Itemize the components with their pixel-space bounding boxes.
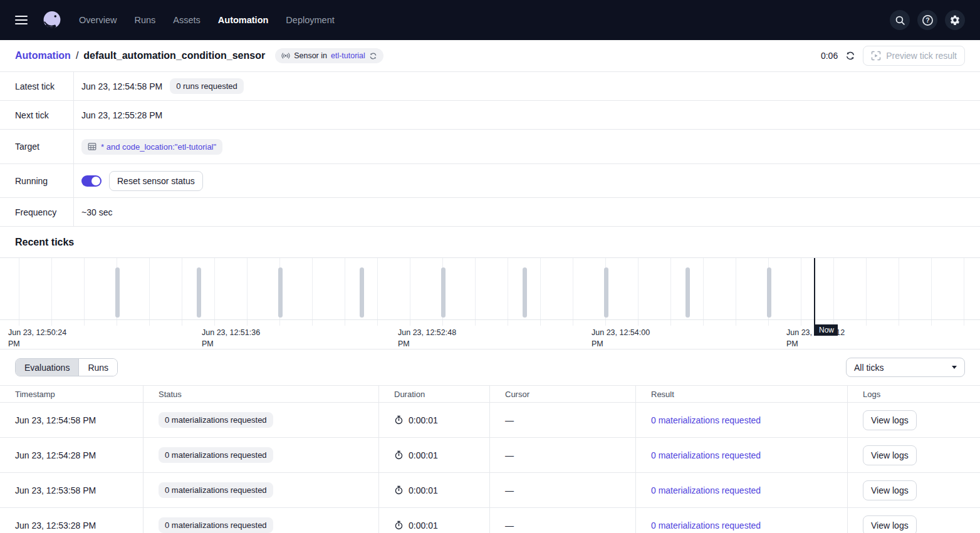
cell-logs: View logs <box>848 403 980 438</box>
chart-gridline <box>508 258 508 326</box>
help-icon[interactable]: ? <box>917 10 937 30</box>
latest-tick-label: Latest tick <box>0 72 74 100</box>
table-row: Jun 23, 12:54:28 PM 0 materializations r… <box>0 438 980 473</box>
chart-gridline <box>51 258 52 326</box>
now-badge: Now <box>815 324 838 336</box>
sensor-badge-label: Sensor in <box>294 51 327 60</box>
breadcrumb-bar: Automation / default_automation_conditio… <box>0 40 980 72</box>
cell-cursor: — <box>490 438 636 473</box>
cell-timestamp: Jun 23, 12:54:58 PM <box>0 403 143 438</box>
sensor-badge: Sensor in etl-tutorial <box>275 48 383 63</box>
status-badge: 0 materializations requested <box>159 482 273 498</box>
evaluations-table: Timestamp Status Duration Cursor Result … <box>0 385 980 533</box>
sync-icon[interactable] <box>369 52 377 60</box>
chart-gridline <box>931 258 932 326</box>
table-row: Jun 23, 12:53:28 PM 0 materializations r… <box>0 508 980 533</box>
top-nav-actions: ? <box>890 10 965 30</box>
stopwatch-icon <box>394 450 404 460</box>
cell-cursor: — <box>490 508 636 533</box>
tab-runs[interactable]: Runs <box>78 359 117 376</box>
tab-evaluations[interactable]: Evaluations <box>16 359 78 376</box>
result-link[interactable]: 0 materializations requested <box>651 485 761 495</box>
search-icon[interactable] <box>890 10 910 30</box>
view-logs-button[interactable]: View logs <box>863 410 917 430</box>
svg-text:?: ? <box>925 16 929 24</box>
breadcrumb-separator: / <box>76 50 78 61</box>
chart-axis-label: Jun 23, 12:51:36 PM <box>202 327 272 349</box>
tick-filter-value: All ticks <box>854 363 884 373</box>
chart-gridline <box>573 258 573 326</box>
nav-item-automation[interactable]: Automation <box>218 15 269 25</box>
table-body: Jun 23, 12:54:58 PM 0 materializations r… <box>0 403 980 533</box>
cell-cursor: — <box>490 473 636 508</box>
top-nav: Overview Runs Assets Automation Deployme… <box>0 0 980 40</box>
running-row: Running Reset sensor status <box>0 164 980 198</box>
menu-icon[interactable] <box>15 16 28 24</box>
view-segmented-control: Evaluations Runs <box>15 358 118 376</box>
nav-item-deployment[interactable]: Deployment <box>286 15 334 25</box>
recent-ticks-chart[interactable]: Jun 23, 12:50:24 PMJun 23, 12:51:36 PMJu… <box>0 257 980 349</box>
view-logs-button[interactable]: View logs <box>863 480 917 500</box>
frequency-value: ~30 sec <box>81 207 112 217</box>
view-logs-button[interactable]: View logs <box>863 445 917 465</box>
settings-icon[interactable] <box>945 10 965 30</box>
dagster-logo[interactable] <box>41 9 63 31</box>
table-header-row: Timestamp Status Duration Cursor Result … <box>0 386 980 403</box>
result-link[interactable]: 0 materializations requested <box>651 520 761 530</box>
tick-bar[interactable] <box>767 267 771 318</box>
tick-bar[interactable] <box>523 267 527 318</box>
result-link[interactable]: 0 materializations requested <box>651 450 761 460</box>
status-badge: 0 materializations requested <box>159 517 273 533</box>
col-status: Status <box>143 386 379 403</box>
col-logs: Logs <box>848 386 980 403</box>
target-label: Target <box>0 130 74 163</box>
tick-filter-select[interactable]: All ticks <box>846 358 965 377</box>
frequency-label: Frequency <box>0 198 74 226</box>
cell-status: 0 materializations requested <box>143 438 379 473</box>
nav-item-overview[interactable]: Overview <box>79 15 117 25</box>
cell-status: 0 materializations requested <box>143 508 379 533</box>
latest-tick-time: Jun 23, 12:54:58 PM <box>81 81 162 91</box>
cell-cursor: — <box>490 403 636 438</box>
reset-sensor-status-button[interactable]: Reset sensor status <box>109 171 203 191</box>
tick-bar[interactable] <box>197 267 201 318</box>
code-location-link[interactable]: etl-tutorial <box>331 51 365 60</box>
tick-bar[interactable] <box>604 267 608 318</box>
chart-gridline <box>670 258 671 326</box>
target-selection-pill[interactable]: * and code_location:"etl-tutorial" <box>81 139 222 155</box>
chart-gridline <box>801 258 801 326</box>
refresh-countdown: 0:06 <box>821 51 838 61</box>
tick-bar[interactable] <box>360 267 364 318</box>
tick-bar[interactable] <box>685 267 690 318</box>
chart-gridline <box>964 258 964 326</box>
cell-timestamp: Jun 23, 12:53:28 PM <box>0 508 143 533</box>
chart-gridline <box>247 258 248 326</box>
view-logs-button[interactable]: View logs <box>863 515 917 533</box>
cell-logs: View logs <box>848 473 980 508</box>
next-tick-row: Next tick Jun 23, 12:55:28 PM <box>0 101 980 130</box>
col-cursor: Cursor <box>490 386 636 403</box>
latest-tick-row: Latest tick Jun 23, 12:54:58 PM 0 runs r… <box>0 72 980 101</box>
running-toggle[interactable] <box>81 175 102 187</box>
nav-item-runs[interactable]: Runs <box>134 15 155 25</box>
result-link[interactable]: 0 materializations requested <box>651 415 761 425</box>
refresh-icon[interactable] <box>845 51 855 61</box>
chart-gridline <box>377 258 378 326</box>
target-row: Target * and code_location:"etl-tutorial… <box>0 130 980 164</box>
chart-gridline <box>475 258 476 326</box>
status-badge: 0 materializations requested <box>159 447 273 463</box>
preview-tick-result-label: Preview tick result <box>886 51 957 61</box>
chart-gridline <box>149 258 150 326</box>
target-selection-text: * and code_location:"etl-tutorial" <box>101 142 216 152</box>
tick-bar[interactable] <box>278 267 283 318</box>
preview-tick-result-button[interactable]: Preview tick result <box>863 46 965 66</box>
nav-item-assets[interactable]: Assets <box>173 15 201 25</box>
breadcrumb-automation-link[interactable]: Automation <box>15 50 71 61</box>
col-duration: Duration <box>379 386 490 403</box>
status-badge: 0 materializations requested <box>159 412 273 428</box>
cell-result: 0 materializations requested <box>636 508 848 533</box>
tick-bar[interactable] <box>441 267 446 318</box>
tick-bar[interactable] <box>115 267 120 318</box>
cell-result: 0 materializations requested <box>636 473 848 508</box>
recent-ticks-section-header: Recent ticks <box>0 227 980 257</box>
